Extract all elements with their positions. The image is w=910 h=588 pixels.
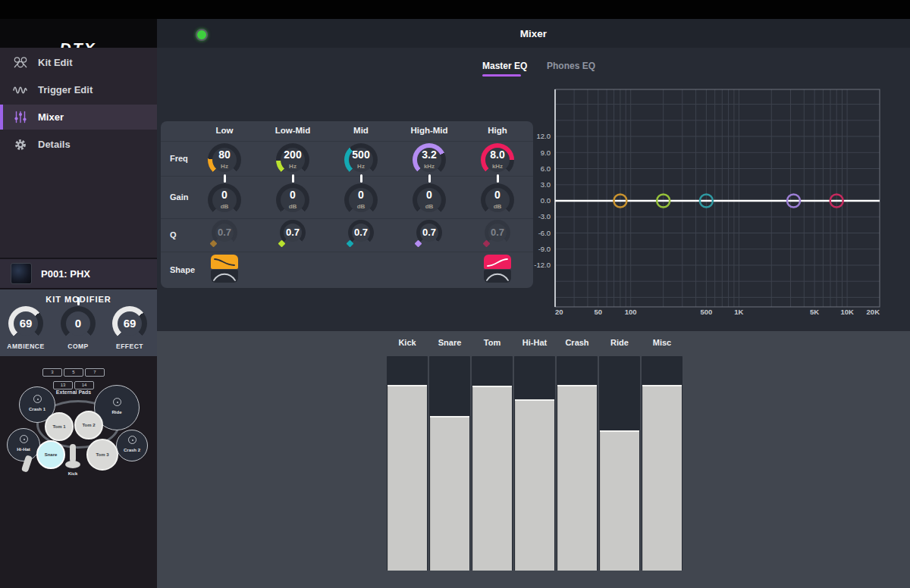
knob-value: 0: [61, 317, 96, 330]
shape-shelf-button-high[interactable]: [484, 255, 511, 269]
tab-phones-eq[interactable]: Phones EQ: [547, 61, 595, 71]
fader-fill: [642, 385, 682, 571]
knob-pointer: [497, 174, 499, 183]
pad-label-kick: Kick: [62, 471, 83, 476]
y-axis-tick-label: 0.0: [541, 196, 551, 205]
fader-kick[interactable]: [387, 356, 428, 571]
fader-hi-hat[interactable]: [514, 356, 555, 571]
q-knob-high-mid[interactable]: 0.7: [416, 220, 442, 246]
q-knob-high[interactable]: 0.7: [485, 220, 510, 246]
q-knob-low-mid[interactable]: 0.7: [280, 220, 306, 246]
pad-label-tom-2: Tom 2: [82, 423, 95, 427]
pad-kick[interactable]: [70, 444, 76, 462]
fader-fill: [515, 399, 554, 571]
fader-crash[interactable]: [557, 356, 598, 571]
knob-value: 0: [344, 189, 378, 201]
x-axis-tick-label: 20: [555, 308, 563, 316]
gain-knob-low[interactable]: 0dB: [208, 183, 241, 217]
channel-label-kick: Kick: [386, 338, 428, 347]
gain-knob-low-mid[interactable]: 0dB: [276, 183, 309, 217]
sidebar-item-kit-edit[interactable]: Kit Edit: [0, 50, 157, 75]
sidebar-item-mixer[interactable]: Mixer: [0, 105, 157, 130]
knob-value: 0: [208, 189, 241, 201]
band-header-low-mid: Low-Mid: [259, 126, 327, 135]
pad-tom-1[interactable]: Tom 1: [45, 412, 74, 441]
y-axis-tick-label: -12.0: [534, 261, 551, 269]
external-pad-button-13[interactable]: 13: [53, 381, 73, 389]
effect-knob[interactable]: 69: [112, 306, 147, 341]
band-cell: 0dB: [327, 183, 395, 217]
knob-unit: dB: [413, 203, 446, 210]
band-header-mid: Mid: [327, 126, 395, 135]
gear-icon: [12, 138, 29, 152]
pad-crash-2[interactable]: Crash 2: [116, 430, 148, 461]
band-cell: 500Hz: [327, 143, 395, 177]
channel-label-hi-hat: Hi-Hat: [513, 338, 556, 347]
knob-value: 8.0: [481, 149, 514, 161]
pad-label-hi-hat: Hi-Hat: [8, 447, 39, 452]
band-header-high: High: [463, 126, 532, 135]
pad-hi-hat[interactable]: Hi-Hat: [7, 428, 40, 461]
kit-name: P001: PHX: [41, 268, 90, 280]
comp-knob-group: 0COMP: [52, 306, 105, 350]
external-pad-button-14[interactable]: 14: [74, 381, 94, 389]
band-cell: 0.7: [259, 220, 327, 246]
shape-bell-button-low[interactable]: [211, 270, 238, 283]
gain-knob-high[interactable]: 0dB: [481, 183, 514, 217]
knob-value: 69: [112, 317, 147, 330]
pad-snare[interactable]: Snare: [36, 440, 65, 469]
pad-label-crash-2: Crash 2: [117, 448, 147, 452]
q-knob-low[interactable]: 0.7: [212, 220, 237, 246]
tab-master-eq[interactable]: Master EQ: [482, 61, 527, 71]
gain-knob-high-mid[interactable]: 0dB: [413, 183, 446, 217]
y-axis-tick-label: 6.0: [541, 164, 551, 173]
comp-knob[interactable]: 0: [61, 306, 96, 341]
pad-tom-3[interactable]: Tom 3: [86, 439, 118, 471]
drum-rig-panel: 3571314External PadsCrash 1RideTom 1Tom …: [0, 356, 157, 588]
knob-unit: kHz: [481, 163, 514, 170]
x-axis-tick-label: 1K: [734, 308, 743, 316]
q-knob-mid[interactable]: 0.7: [348, 220, 374, 246]
kit-modifier-knobs: 69AMBIENCE0COMP69EFFECT: [0, 306, 157, 356]
gain-knob-mid[interactable]: 0dB: [344, 183, 378, 217]
row-separator: [161, 218, 533, 219]
row-separator: [161, 141, 533, 142]
fader-fill: [430, 416, 469, 571]
knob-unit: kHz: [413, 163, 446, 170]
pad-tom-2[interactable]: Tom 2: [74, 411, 103, 439]
sidebar-item-details[interactable]: Details: [0, 132, 157, 157]
external-pad-button-7[interactable]: 7: [85, 368, 105, 377]
row-separator: [161, 252, 533, 252]
pad-label-tom-3: Tom 3: [96, 452, 108, 457]
fader-ride[interactable]: [599, 356, 640, 571]
sidebar-item-label: Details: [38, 139, 71, 150]
x-axis-tick-label: 5K: [810, 308, 819, 316]
fader-snare[interactable]: [429, 356, 470, 571]
y-axis-tick-label: -6.0: [538, 229, 551, 237]
shape-shelf-button-low[interactable]: [211, 255, 238, 269]
knob-value: 0.7: [280, 227, 306, 238]
freq-knob-low-mid[interactable]: 200Hz: [276, 143, 309, 177]
waveform-icon: [12, 83, 29, 97]
fader-misc[interactable]: [642, 356, 682, 571]
fader-fill: [388, 385, 427, 571]
fader-fill: [557, 385, 597, 571]
pad-label-snare: Snare: [45, 452, 58, 457]
knob-value: 0.7: [485, 227, 510, 238]
knob-value: 200: [276, 149, 309, 161]
freq-knob-high-mid[interactable]: 3.2kHz: [413, 143, 446, 177]
freq-knob-high[interactable]: 8.0kHz: [481, 143, 514, 177]
freq-knob-low[interactable]: 80Hz: [208, 143, 241, 177]
fader-tom[interactable]: [472, 356, 513, 571]
shape-bell-button-high[interactable]: [484, 270, 511, 283]
sidebar-item-trigger-edit[interactable]: Trigger Edit: [0, 77, 157, 102]
band-cell: 0.7: [327, 220, 395, 246]
ambience-knob[interactable]: 69: [8, 306, 43, 341]
eq-response-graph[interactable]: 12.09.06.03.00.0-3.0-6.0-9.0-12.02050100…: [531, 85, 892, 318]
y-axis-tick-label: 3.0: [541, 180, 551, 189]
sidebar-item-label: Kit Edit: [38, 57, 73, 68]
external-pad-button-5[interactable]: 5: [64, 368, 83, 377]
external-pad-button-3[interactable]: 3: [42, 368, 62, 377]
freq-knob-mid[interactable]: 500Hz: [344, 143, 378, 177]
current-kit-row[interactable]: P001: PHX: [0, 258, 157, 289]
